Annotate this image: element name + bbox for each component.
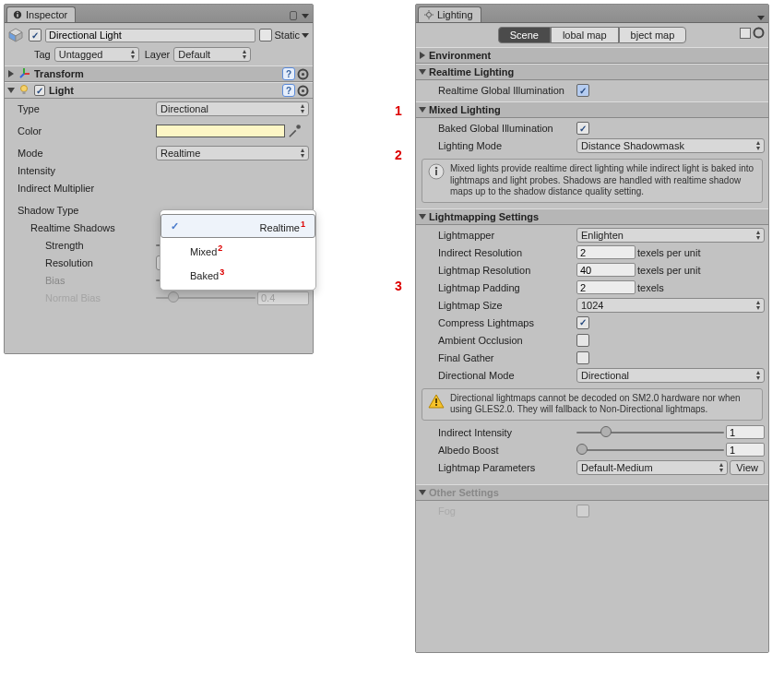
gameobject-name-field[interactable]: [45, 29, 255, 42]
foldout-icon[interactable]: [419, 214, 426, 220]
lightmap-params-dropdown[interactable]: Default-Medium▴▾: [576, 460, 728, 475]
transform-header[interactable]: Transform ?: [5, 65, 313, 82]
light-header[interactable]: Light ?: [5, 82, 313, 99]
texels-label: texels: [637, 282, 664, 293]
albedo-boost-field[interactable]: [726, 443, 765, 457]
lighting-tab-bar: Lighting: [416, 5, 768, 23]
type-label: Type: [8, 103, 156, 114]
environment-header[interactable]: Environment: [416, 47, 768, 64]
albedo-boost-slider[interactable]: [576, 449, 724, 451]
gear-icon[interactable]: [297, 85, 309, 97]
view-button[interactable]: View: [730, 460, 765, 475]
tab-object-maps[interactable]: bject map: [619, 27, 687, 43]
help-icon[interactable]: ?: [282, 84, 295, 97]
realtime-lighting-header[interactable]: Realtime Lighting: [416, 64, 768, 80]
lightmap-pad-field[interactable]: [576, 280, 636, 294]
lock-icon[interactable]: [290, 11, 297, 20]
svg-point-14: [302, 89, 304, 92]
mode-option-baked[interactable]: Baked3: [160, 262, 315, 286]
foldout-icon[interactable]: [7, 88, 15, 93]
mode-dropdown[interactable]: Realtime▴▾: [156, 146, 309, 160]
lightmap-params-label: Lightmap Parameters: [420, 462, 576, 473]
lightmapping-header[interactable]: Lightmapping Settings: [416, 208, 768, 225]
realtime-shadows-label: Realtime Shadows: [8, 222, 156, 233]
inspector-tab[interactable]: Inspector: [6, 6, 76, 22]
svg-rect-1: [17, 14, 18, 17]
inspector-panel: Inspector Static Tag Untagged▴▾ Layer: [4, 4, 314, 354]
bias-label: Bias: [8, 275, 156, 286]
info-icon: [13, 10, 22, 19]
gameobject-icon[interactable]: [8, 28, 23, 42]
mode-dropdown-popup: ✓ Realtime1 Mixed2 Baked3: [160, 209, 316, 291]
svg-rect-24: [435, 170, 437, 175]
eyedropper-icon[interactable]: [287, 124, 302, 138]
gear-icon[interactable]: [753, 27, 765, 39]
lightmapper-label: Lightmapper: [420, 230, 576, 241]
lighting-tab-label: Lighting: [437, 9, 473, 20]
tab-global-maps[interactable]: lobal map: [551, 27, 619, 43]
type-dropdown[interactable]: Directional▴▾: [156, 101, 309, 116]
directional-mode-dropdown[interactable]: Directional▴▾: [576, 368, 765, 383]
lighting-mode-dropdown[interactable]: Distance Shadowmask▴▾: [576, 138, 765, 153]
svg-line-8: [20, 74, 24, 77]
foldout-icon[interactable]: [420, 52, 425, 59]
gear-icon[interactable]: [297, 68, 309, 80]
context-menu-icon[interactable]: [757, 16, 765, 20]
annotation-2: 2: [395, 148, 402, 162]
foldout-icon[interactable]: [419, 69, 426, 75]
layer-dropdown[interactable]: Default▴▾: [173, 47, 251, 62]
indirect-intensity-slider[interactable]: [576, 432, 724, 434]
compress-toggle[interactable]: [576, 316, 589, 329]
tab-scene[interactable]: Scene: [498, 27, 551, 43]
baked-gi-toggle[interactable]: [576, 122, 589, 135]
normal-bias-field[interactable]: [257, 291, 309, 305]
svg-point-11: [21, 86, 28, 92]
indirect-intensity-field[interactable]: [726, 425, 765, 439]
light-enable-toggle[interactable]: [34, 85, 45, 96]
lightmapper-dropdown[interactable]: Enlighten▴▾: [576, 228, 765, 243]
fog-toggle[interactable]: [576, 505, 589, 517]
warning-icon: [428, 393, 445, 410]
lighting-icon: [424, 10, 434, 19]
svg-rect-26: [435, 404, 437, 406]
shadow-type-label: Shadow Type: [8, 205, 156, 216]
static-label: Static: [274, 30, 300, 41]
tab-right-controls: [286, 9, 313, 22]
mode-option-mixed[interactable]: Mixed2: [160, 238, 315, 262]
foldout-icon[interactable]: [419, 490, 426, 495]
realtime-gi-toggle[interactable]: [576, 84, 589, 97]
gameobject-toggle[interactable]: [29, 29, 42, 42]
tag-label: Tag: [34, 49, 51, 60]
ao-toggle[interactable]: [576, 334, 589, 347]
filter-icon[interactable]: [740, 28, 751, 39]
ao-label: Ambient Occlusion: [420, 335, 576, 346]
help-icon[interactable]: ?: [282, 67, 295, 80]
directional-warning-text: Directional lightmaps cannot be decoded …: [450, 393, 756, 416]
texels-unit-label: texels per unit: [637, 247, 700, 258]
gameobject-header: Static: [8, 25, 309, 45]
lighting-tab[interactable]: Lighting: [418, 6, 481, 22]
foldout-icon[interactable]: [419, 107, 426, 113]
mixed-info-text: Mixed lights provide realtime direct lig…: [450, 163, 756, 198]
lightmap-res-field[interactable]: [576, 263, 636, 277]
strength-label: Strength: [8, 240, 156, 251]
other-settings-header[interactable]: Other Settings: [416, 484, 768, 501]
normal-bias-slider[interactable]: [156, 297, 255, 299]
color-field[interactable]: [156, 125, 285, 137]
directional-warning: Directional lightmaps cannot be decoded …: [422, 388, 763, 421]
static-dropdown-icon[interactable]: [302, 33, 309, 38]
tag-dropdown[interactable]: Untagged▴▾: [54, 47, 139, 62]
lightmap-size-dropdown[interactable]: 1024▴▾: [576, 298, 765, 313]
final-gather-toggle[interactable]: [576, 351, 589, 364]
mixed-lighting-label: Mixed Lighting: [429, 104, 501, 115]
static-toggle[interactable]: [259, 29, 272, 42]
mode-option-realtime[interactable]: ✓ Realtime1: [160, 214, 315, 238]
normal-bias-label: Normal Bias: [8, 292, 156, 303]
svg-rect-25: [435, 398, 437, 403]
foldout-icon[interactable]: [8, 70, 14, 77]
context-menu-icon[interactable]: [302, 14, 309, 18]
light-label: Light: [49, 85, 74, 96]
annotation-1: 1: [395, 103, 402, 118]
indirect-res-field[interactable]: [576, 245, 636, 259]
mixed-lighting-header[interactable]: Mixed Lighting: [416, 101, 768, 118]
